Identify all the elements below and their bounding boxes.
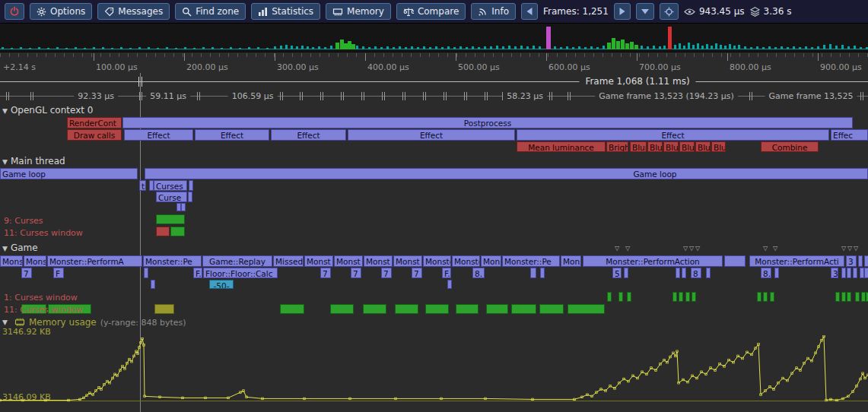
zone[interactable] <box>724 255 746 267</box>
zone[interactable]: 8 <box>691 268 701 278</box>
zone[interactable]: Blur <box>695 141 711 152</box>
memory-section-header[interactable]: ▼ Memory usage (y-range: 848 bytes) <box>2 317 186 328</box>
zone[interactable] <box>486 304 508 314</box>
zone[interactable]: Mons <box>561 255 581 267</box>
zone[interactable]: Monster::PerformActi <box>749 255 844 267</box>
power-button[interactable] <box>5 3 24 20</box>
zone[interactable] <box>330 304 354 314</box>
section-header[interactable]: ▼OpenGL context 0 <box>2 105 93 116</box>
zone[interactable]: Mons <box>481 255 501 267</box>
zone[interactable]: 7 <box>381 268 392 278</box>
zone[interactable] <box>540 268 545 278</box>
zone[interactable] <box>607 292 612 302</box>
section-header[interactable]: ▼Main thread <box>2 156 65 166</box>
collapsed-zone-marker-icon[interactable]: ▽ <box>854 246 858 252</box>
zone[interactable] <box>447 280 452 289</box>
zone[interactable]: Curses <box>154 180 187 191</box>
frame-menu-button[interactable] <box>636 3 654 20</box>
thread-label[interactable]: 9: Curses <box>4 216 43 226</box>
zone[interactable] <box>774 268 779 278</box>
collapsed-zone-marker-icon[interactable]: ▽ <box>683 246 688 252</box>
next-frame-button[interactable] <box>614 3 631 20</box>
collapsed-zone-marker-icon[interactable]: ▽ <box>763 246 768 252</box>
zone[interactable] <box>685 292 690 302</box>
zone[interactable]: 7 <box>351 268 361 278</box>
zone[interactable]: 7 <box>412 268 422 278</box>
zone[interactable] <box>864 268 868 278</box>
info-button[interactable]: Info <box>471 3 516 20</box>
zone[interactable]: 8. <box>761 268 771 278</box>
collapsed-zone-marker-icon[interactable]: ▽ <box>625 246 630 252</box>
options-button[interactable]: Options <box>30 3 92 20</box>
zone[interactable] <box>395 304 418 314</box>
thread-label[interactable]: 1: Curses window <box>4 293 78 303</box>
zone[interactable]: Curse <box>156 192 187 202</box>
collapsed-zone-marker-icon[interactable]: ▽ <box>773 246 777 252</box>
zone[interactable] <box>855 292 860 302</box>
zone[interactable]: Monste <box>423 255 451 267</box>
thread-label[interactable]: 11: Curses window <box>4 305 83 315</box>
zone[interactable] <box>511 304 536 314</box>
zone[interactable] <box>858 255 863 267</box>
messages-button[interactable]: Messages <box>97 3 170 20</box>
zone[interactable] <box>757 292 761 302</box>
zone[interactable]: Monster::Pe <box>502 255 560 267</box>
zone[interactable]: Effect <box>348 129 515 141</box>
zone[interactable] <box>156 214 185 224</box>
zone[interactable] <box>676 268 680 278</box>
zone[interactable]: RenderCont <box>67 117 122 128</box>
zone[interactable] <box>679 292 683 302</box>
zone[interactable]: Effect <box>195 129 269 141</box>
zone[interactable]: Monste <box>0 255 23 267</box>
zone[interactable]: Blur <box>630 141 647 152</box>
collapsed-zone-marker-icon[interactable]: ▽ <box>847 246 852 252</box>
zone[interactable]: Mean luminance <box>517 141 606 152</box>
zone[interactable] <box>154 304 174 314</box>
zone[interactable] <box>189 180 193 191</box>
zone[interactable] <box>618 292 623 302</box>
zone[interactable] <box>170 227 185 236</box>
zone[interactable] <box>539 304 564 314</box>
zone[interactable]: Monst <box>334 255 363 267</box>
zone[interactable] <box>624 268 628 278</box>
zone[interactable]: 3 <box>831 268 838 278</box>
zone[interactable]: Blur <box>647 141 663 152</box>
zone[interactable] <box>763 292 768 302</box>
collapsed-zone-marker-icon[interactable]: ▽ <box>615 246 619 252</box>
zone[interactable]: Blur <box>711 141 726 152</box>
zone[interactable]: Blur <box>663 141 679 152</box>
zone[interactable] <box>847 268 851 278</box>
zone[interactable]: 8. <box>472 268 485 278</box>
zone[interactable] <box>425 304 449 314</box>
memory-button[interactable]: Memory <box>326 3 391 20</box>
zone[interactable]: Monst <box>393 255 422 267</box>
zone[interactable]: Missed <box>273 255 304 267</box>
zone[interactable]: Monster::Pe <box>143 255 202 267</box>
zone[interactable]: F <box>53 268 64 278</box>
zone[interactable] <box>456 304 479 314</box>
collapsed-zone-marker-icon[interactable]: ▽ <box>841 246 846 252</box>
zone[interactable]: Monste <box>452 255 480 267</box>
zone[interactable]: Effec <box>831 129 868 141</box>
zone[interactable] <box>835 292 840 302</box>
zone[interactable] <box>770 292 774 302</box>
zone[interactable] <box>280 304 304 314</box>
zone[interactable]: F. <box>193 268 202 278</box>
zone[interactable] <box>188 192 192 202</box>
zone[interactable] <box>530 268 536 278</box>
zone[interactable]: Effect <box>124 129 193 141</box>
zone[interactable]: Monste <box>24 255 46 267</box>
zone[interactable]: 7 <box>320 268 331 278</box>
collapsed-zone-marker-icon[interactable]: ▽ <box>689 246 694 252</box>
zone[interactable]: 7 <box>21 268 32 278</box>
zone[interactable] <box>627 292 631 302</box>
zone[interactable]: Game loop <box>145 168 868 179</box>
zone[interactable] <box>864 255 868 267</box>
collapsed-zone-marker-icon[interactable]: ▽ <box>695 246 700 252</box>
find-zone-button[interactable]: Find zone <box>175 3 246 20</box>
zone[interactable] <box>363 304 386 314</box>
statistics-button[interactable]: Statistics <box>251 3 320 20</box>
zone[interactable]: Monster::PerformAction <box>583 255 723 267</box>
zone[interactable]: Floor::Floor::Calc <box>203 268 278 278</box>
zone[interactable] <box>181 203 186 211</box>
